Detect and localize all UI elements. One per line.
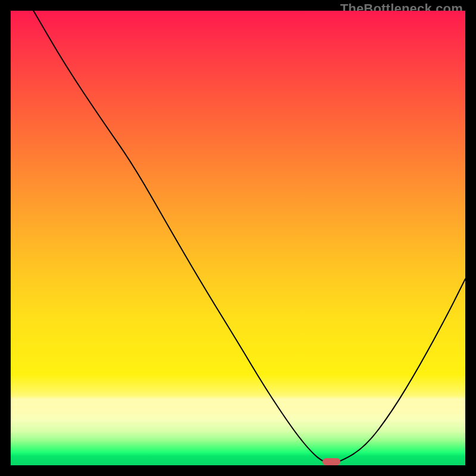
optimal-point-marker bbox=[322, 458, 340, 465]
chart-frame: TheBottleneck.com bbox=[0, 0, 476, 476]
bottleneck-curve-path bbox=[33, 11, 465, 463]
plot-area bbox=[11, 11, 465, 465]
curve-svg bbox=[11, 11, 465, 465]
